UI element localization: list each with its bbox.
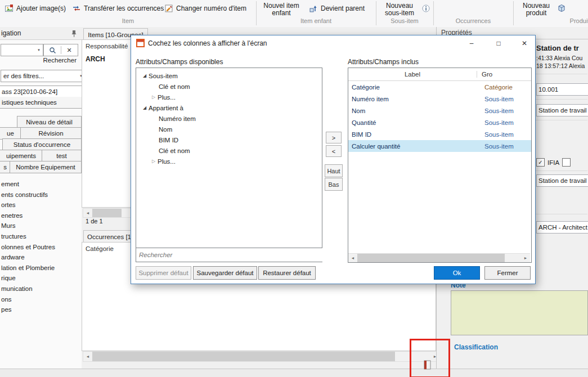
close-icon[interactable]: ✕ (517, 38, 532, 48)
move-right-button[interactable]: > (326, 132, 342, 143)
included-row-categorie[interactable]: Catégorie Catégorie (348, 81, 531, 93)
tree-collapsed-icon[interactable]: ▷ (150, 95, 158, 100)
category-item[interactable]: munication (0, 284, 80, 294)
new-child-item-button[interactable]: Nouvel item enfant (258, 1, 305, 18)
transfer-occurrences-button[interactable]: Transférer les occurrences (70, 2, 166, 15)
change-item-number-button[interactable]: Changer numéro d'item (162, 2, 249, 15)
included-list-scrollbar[interactable]: ◄ ► (348, 253, 530, 262)
category-item[interactable]: ents constructifs (0, 190, 80, 200)
move-left-button[interactable]: < (326, 145, 342, 157)
move-up-button[interactable]: Haut (325, 164, 343, 177)
column-header-responsabilite[interactable]: Responsabilité (86, 43, 128, 50)
tree-node-label: Plus... (158, 158, 176, 165)
column-header-categorie[interactable]: Catégorie (86, 245, 114, 252)
tree-collapsed-icon[interactable]: ▷ (150, 159, 158, 164)
scroll-left-icon[interactable]: ◄ (83, 209, 92, 217)
minimize-icon[interactable]: – (464, 38, 479, 48)
note-textarea[interactable] (451, 290, 588, 335)
column-header-label[interactable]: Label (348, 71, 477, 78)
category-item[interactable]: rique (0, 273, 80, 284)
category-item[interactable]: Murs (0, 221, 80, 231)
info-icon[interactable] (422, 5, 430, 12)
tab-occurrences[interactable]: Occurrences [1 (83, 230, 135, 243)
category-item[interactable]: lation et Plomberie (0, 263, 80, 273)
navigation-search-combobox[interactable]: ▼ (1, 44, 43, 56)
search-icon[interactable] (44, 47, 61, 54)
group-label-occurrences: Occurrences (433, 17, 513, 25)
tree-node-plus-2[interactable]: ▷ Plus... (136, 156, 322, 167)
tree-search-input[interactable] (136, 248, 327, 262)
category-item[interactable]: olonnes et Poutres (0, 242, 80, 253)
tab-nombre-equipement[interactable]: Nombre Equipement (10, 161, 82, 173)
included-row-quantite[interactable]: Quantité Sous-item (348, 116, 531, 128)
checked-checkbox[interactable]: ✓ (536, 158, 545, 167)
arch-field[interactable]: ARCH - Architect (536, 221, 588, 234)
tree-node-plus[interactable]: ▷ Plus... (136, 92, 322, 102)
tab-revision[interactable]: Révision (20, 127, 82, 140)
becomes-parent-button[interactable]: Devient parent (307, 2, 367, 15)
category-item[interactable]: pes (0, 304, 80, 315)
move-down-button[interactable]: Bas (325, 178, 343, 191)
tab-niveau-de-detail[interactable]: Niveau de détail (17, 116, 82, 128)
class-item[interactable]: ass 23[2010-06-24] (0, 86, 85, 98)
tab-equipements[interactable]: uipements (0, 150, 43, 162)
tree-node-bim-id[interactable]: BIM ID (136, 134, 322, 145)
unchecked-checkbox[interactable] (562, 158, 571, 167)
included-row-calculer-quantite-selected[interactable]: Calculer quantité Sous-item (348, 140, 531, 152)
new-subitem-button[interactable]: Nouveau sous-item (378, 1, 421, 18)
stats-tab[interactable]: istiques techniques (0, 97, 85, 109)
item-number-field[interactable]: 10.001 (536, 83, 588, 96)
cell-arch[interactable]: ARCH (86, 55, 105, 63)
tree-expanded-icon[interactable]: ◢ (141, 73, 149, 78)
items-horizontal-scrollbar[interactable]: ◄ (83, 208, 138, 218)
clear-icon[interactable]: ✕ (61, 47, 77, 54)
close-button[interactable]: Fermer (484, 266, 531, 280)
available-fields-label: Attributs/Champs disponibles (136, 58, 223, 66)
restore-default-button[interactable]: Restaurer défaut (258, 266, 316, 280)
tree-node-appartient-a[interactable]: ◢ Appartient à (136, 102, 322, 113)
column-header-group[interactable]: Gro (477, 71, 492, 78)
tab-ue[interactable]: ue (0, 127, 21, 140)
category-item[interactable]: ement (0, 179, 80, 190)
bottom-horizontal-scrollbar[interactable]: ◄ ► (83, 351, 440, 362)
tab-status-occurrence[interactable]: Status d'occurrence (2, 138, 82, 151)
included-row-bim-id[interactable]: BIM ID Sous-item (348, 128, 531, 140)
scrollbar-thumb[interactable] (92, 209, 122, 217)
category-item[interactable]: enetres (0, 210, 80, 221)
tab-test[interactable]: test (42, 150, 82, 162)
tree-node-nom[interactable]: Nom (136, 124, 322, 134)
category-item[interactable]: ortes (0, 200, 80, 210)
filter-dropdown[interactable]: er des filtres... ▼ (1, 70, 86, 82)
scroll-left-icon[interactable]: ◄ (83, 352, 92, 361)
category-item[interactable]: ardware (0, 252, 80, 263)
tree-node-label: Numéro item (159, 115, 196, 122)
search-link[interactable]: Rechercher (0, 57, 77, 64)
scroll-right-icon[interactable]: ► (521, 254, 530, 262)
station-field-2[interactable]: Station de travail (536, 174, 588, 187)
tree-node-cle-et-nom[interactable]: Clé et nom (136, 81, 322, 92)
station-field[interactable]: Station de travail (536, 104, 588, 116)
new-product-button[interactable]: Nouveau produit (518, 1, 555, 18)
maximize-icon[interactable]: □ (491, 38, 506, 48)
included-row-numero-item[interactable]: Numéro item Sous-item (348, 93, 531, 105)
tree-node-cle-et-nom-2[interactable]: Clé et nom (136, 145, 322, 156)
tree-search-field[interactable] (136, 248, 322, 262)
scroll-left-icon[interactable]: ◄ (348, 254, 357, 262)
ok-button[interactable]: Ok (434, 266, 480, 280)
add-images-button[interactable]: Ajouter image(s) (2, 2, 68, 15)
pin-icon[interactable] (71, 30, 77, 37)
category-item[interactable]: tructures (0, 231, 80, 242)
scrollbar-thumb[interactable] (92, 352, 395, 361)
tree-node-sous-item[interactable]: ◢ Sous-item (136, 70, 322, 81)
row-label: Quantité (348, 119, 480, 126)
tree-expanded-icon[interactable]: ◢ (141, 105, 149, 110)
scrollbar-thumb[interactable] (357, 254, 505, 262)
tree-node-numero-item[interactable]: Numéro item (136, 113, 322, 124)
separator (535, 214, 587, 214)
product-icon[interactable] (557, 3, 566, 12)
change-item-number-label: Changer numéro d'item (176, 5, 246, 12)
save-default-button[interactable]: Sauvegarder défaut (193, 266, 257, 280)
category-item[interactable]: ons (0, 294, 80, 305)
included-row-nom[interactable]: Nom Sous-item (348, 105, 531, 116)
dialog-titlebar[interactable]: Cochez les colonnes à afficher à l'écran… (131, 35, 534, 51)
